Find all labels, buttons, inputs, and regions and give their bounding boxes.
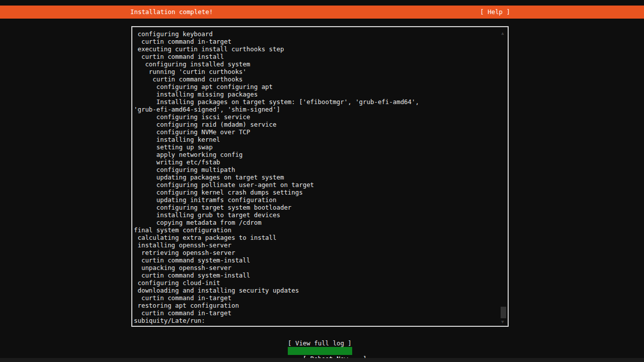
log-line: configuring iscsi service <box>134 113 504 121</box>
log-line: configuring raid (mdadm) service <box>134 121 504 128</box>
install-log: configuring keyboard curtin command in-t… <box>132 27 504 326</box>
help-button[interactable]: [ Help ] <box>480 6 510 19</box>
log-line: apply networking config <box>134 151 504 158</box>
log-line: installing grub to target devices <box>134 211 504 219</box>
log-line: curtin command in-target <box>134 294 504 302</box>
log-line: curtin command in-target <box>134 38 504 45</box>
log-line: copying metadata from /cdrom <box>134 219 504 226</box>
page-title: Installation complete! <box>130 6 213 19</box>
log-line: downloading and installing security upda… <box>134 287 504 294</box>
log-line: configuring installed system <box>134 60 504 68</box>
log-line: curtin command system-install <box>134 256 504 264</box>
log-line: calculating extra packages to install <box>134 234 504 241</box>
log-line: updating initramfs configuration <box>134 196 504 204</box>
log-line: configuring keyboard <box>134 30 504 38</box>
log-line: running 'curtin curthooks' <box>134 68 504 75</box>
log-line: configuring apt configuring apt <box>134 83 504 90</box>
log-line: curtin command curthooks <box>134 75 504 83</box>
log-line: retrieving openssh-server <box>134 249 504 256</box>
log-line: configuring target system bootloader <box>134 204 504 211</box>
log-line: curtin command install <box>134 53 504 60</box>
reboot-now-button[interactable]: [ Reboot Now ] <box>288 347 352 355</box>
bottom-edge <box>0 358 644 362</box>
log-line: unpacking openssh-server <box>134 264 504 272</box>
log-line: curtin command in-target <box>134 309 504 317</box>
log-line: configuring cloud-init <box>134 279 504 287</box>
log-line: configuring kernel crash dumps settings <box>134 189 504 196</box>
log-line: configuring multipath <box>134 166 504 173</box>
log-line: configuring NVMe over TCP <box>134 128 504 136</box>
log-line: 'grub-efi-amd64-signed', 'shim-signed'] <box>134 106 504 113</box>
scroll-down-icon[interactable]: ▼ <box>500 319 506 324</box>
log-line: installing kernel <box>134 136 504 143</box>
log-line: updating packages on target system <box>134 173 504 181</box>
log-line: installing openssh-server <box>134 241 504 249</box>
log-line: final system configuration <box>134 226 504 234</box>
log-line: executing curtin install curthooks step <box>134 45 504 53</box>
log-panel[interactable]: configuring keyboard curtin command in-t… <box>131 26 509 327</box>
installer-screen: Installation complete! [ Help ] configur… <box>0 0 644 362</box>
log-line: setting up swap <box>134 143 504 151</box>
log-line: configuring pollinate user-agent on targ… <box>134 181 504 189</box>
scroll-up-icon[interactable]: ▲ <box>500 31 506 36</box>
scrollbar-thumb[interactable] <box>501 307 506 318</box>
log-line: restoring apt configuration <box>134 302 504 309</box>
log-line: installing missing packages <box>134 90 504 98</box>
view-full-log-button[interactable]: [ View full log ] <box>288 339 352 347</box>
log-line: Installing packages on target system: ['… <box>134 98 504 106</box>
header-bar: Installation complete! [ Help ] <box>0 6 644 19</box>
log-line: writing etc/fstab <box>134 158 504 166</box>
log-line: subiquity/Late/run: <box>134 317 504 324</box>
log-line: curtin command system-install <box>134 272 504 279</box>
